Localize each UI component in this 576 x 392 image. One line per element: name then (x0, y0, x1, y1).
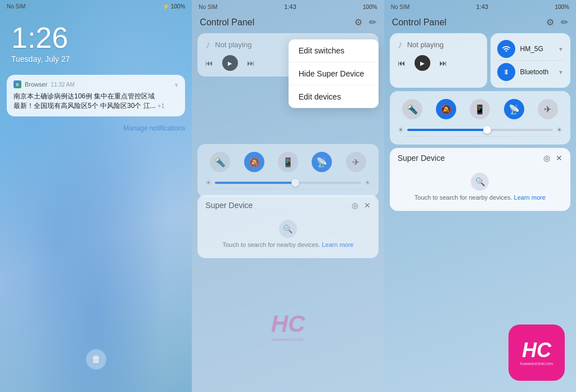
prev-button-p2[interactable]: ⏮ (205, 58, 213, 67)
notif-text-line1: 南京本土确诊病例达106例 集中在重点管控区域 (14, 92, 178, 101)
notif-time: 11:32 AM (51, 82, 74, 88)
wifi-bt-card-p3: HM_5G ▼ Bluetooth ▼ (490, 33, 570, 88)
notif-app-info: B Browser 11:32 AM (14, 80, 75, 88)
sd-learn-more-p3[interactable]: Learn more (514, 194, 546, 201)
toggle-row-p3: 🔦 🔕 📱 📡 ✈ (395, 99, 565, 119)
brightness-slider-p3[interactable] (407, 129, 553, 131)
lock-clock: 1:26 (11, 23, 181, 52)
control-panel-full-panel: No SIM 1:43 100% Control Panel ⚙ ✏ ♪ Not… (384, 0, 576, 392)
bt-arrow-p3[interactable]: ▼ (558, 69, 564, 75)
search-circle-icon-p3: 🔍 (471, 173, 489, 191)
next-button-p3[interactable]: ⏭ (439, 58, 447, 67)
silent-toggle-p3[interactable]: 🔕 (436, 99, 456, 119)
edit-icon-p2[interactable]: ✏ (369, 17, 376, 28)
control-panel-title-p2: Control Panel (200, 17, 254, 28)
watermark-p2: HC huaweicentral.com (271, 310, 305, 341)
sd-title-p3: Super Device (398, 154, 445, 163)
sd-close-icon-p2[interactable]: ✕ (364, 201, 371, 210)
not-playing-label-p3: Not playing (407, 40, 444, 49)
sd-settings-icon-p2[interactable]: ◎ (352, 201, 358, 210)
super-device-card-p3: Super Device ◎ ✕ 🔍 Touch to search for n… (390, 148, 570, 211)
brightness-thumb-p3[interactable] (483, 126, 491, 134)
cp-header-icons-p2: ⚙ ✏ (354, 17, 376, 28)
airplane-toggle-p3[interactable]: ✈ (538, 99, 558, 119)
trash-icon: 🗑 (92, 354, 101, 364)
rotate-toggle-p3[interactable]: 📱 (470, 99, 490, 119)
chevron-down-icon[interactable]: ∨ (174, 82, 178, 88)
settings-icon-p2[interactable]: ⚙ (354, 17, 362, 28)
next-button-p2[interactable]: ⏭ (247, 58, 255, 67)
play-button-p3[interactable]: ▶ (415, 55, 430, 71)
bluetooth-icon: ⚡ (163, 3, 169, 10)
lock-time-section: 1:26 Tuesday, July 27 (0, 12, 192, 69)
hc-site: huaweicentral.com (520, 362, 553, 366)
time-label-p3: 1:43 (476, 3, 488, 10)
sd-title-p2: Super Device (205, 201, 253, 210)
hc-logo: HC huaweicentral.com (508, 325, 565, 381)
hotspot-toggle-p2[interactable]: 📡 (312, 152, 332, 172)
rotate-toggle-p2[interactable]: 📱 (278, 152, 298, 172)
hotspot-toggle-p3[interactable]: 📡 (504, 99, 524, 119)
play-button-p2[interactable]: ▶ (222, 55, 238, 71)
prev-button-p3[interactable]: ⏮ (398, 58, 406, 67)
bt-info-p3: Bluetooth (520, 68, 554, 76)
control-panel-title-p3: Control Panel (392, 17, 447, 28)
status-bar-panel1: No SIM ⚡ 100% (0, 0, 192, 12)
battery-label-p3: 100% (555, 4, 569, 10)
sd-icons-p2: ◎ ✕ (352, 201, 371, 210)
sd-search-p2[interactable]: 🔍 Touch to search for nearby devices. Le… (205, 215, 370, 253)
brightness-slider-p2[interactable] (215, 182, 361, 184)
flashlight-toggle-p3[interactable]: 🔦 (402, 99, 422, 119)
battery-label-p2: 100% (363, 4, 377, 10)
brightness-fill-p3 (407, 129, 488, 131)
carrier-label-p2: No SIM (199, 4, 217, 10)
sd-learn-more-p2[interactable]: Learn more (322, 241, 353, 248)
sd-header-p2: Super Device ◎ ✕ (205, 201, 370, 210)
wifi-arrow-p3[interactable]: ▼ (558, 46, 564, 52)
battery-label: ⚡ 100% (163, 3, 186, 10)
silent-toggle-p2[interactable]: 🔕 (244, 152, 264, 172)
clear-notifications-button[interactable]: 🗑 (86, 349, 106, 370)
sd-search-text-p2: Touch to search for nearby devices. Lear… (223, 241, 354, 248)
dropdown-menu: Edit switches Hide Super Device Edit dev… (289, 39, 379, 108)
sd-header-p3: Super Device ◎ ✕ (398, 154, 562, 163)
media-card-p3: ♪ Not playing ⏮ ▶ ⏭ (390, 33, 488, 88)
bluetooth-icon-p3 (497, 63, 515, 81)
flashlight-toggle-p2[interactable]: 🔦 (210, 152, 230, 172)
edit-devices-item[interactable]: Edit devices (289, 85, 379, 108)
status-bar-panel2: No SIM 1:43 100% (192, 0, 384, 12)
airplane-toggle-p2[interactable]: ✈ (346, 152, 366, 172)
music-note-icon-p3: ♪ (398, 39, 403, 51)
hide-super-device-item[interactable]: Hide Super Device (289, 62, 379, 85)
edit-switches-item[interactable]: Edit switches (289, 39, 379, 62)
notif-header: B Browser 11:32 AM ∨ (14, 80, 178, 88)
notification-card[interactable]: B Browser 11:32 AM ∨ 南京本土确诊病例达106例 集中在重点… (7, 75, 185, 116)
brightness-low-icon-p3: ☀ (398, 126, 404, 134)
divider-p2 (211, 189, 364, 190)
brightness-thumb-p2[interactable] (291, 179, 299, 187)
edit-icon-p3[interactable]: ✏ (561, 17, 568, 28)
super-device-card-p2: Super Device ◎ ✕ 🔍 Touch to search for n… (197, 195, 378, 258)
sd-close-icon-p3[interactable]: ✕ (556, 154, 562, 163)
brightness-row-p3: ☀ ☀ (395, 126, 565, 134)
wifi-name-p3: HM_5G (520, 45, 554, 53)
not-playing-label-p2: Not playing (215, 40, 251, 49)
manage-notifications-link[interactable]: Manage notifications (0, 122, 192, 134)
lock-date: Tuesday, July 27 (11, 55, 181, 64)
carrier-label-p3: No SIM (391, 4, 410, 10)
browser-icon: B (14, 80, 21, 88)
sd-search-p3[interactable]: 🔍 Touch to search for nearby devices. Le… (398, 168, 562, 205)
sd-settings-icon-p3[interactable]: ◎ (543, 154, 550, 163)
sd-search-text-p3: Touch to search for nearby devices. Lear… (415, 194, 546, 201)
notif-app-name: Browser (25, 81, 47, 88)
control-panel-menu-panel: No SIM 1:43 100% Control Panel ⚙ ✏ ♪ Not… (192, 0, 384, 392)
notif-text-line2: 最新！全国现有高风险区5个 中风险区30个 江... +1 (14, 101, 178, 111)
carrier-label: No SIM (7, 3, 25, 10)
wifi-info-p3: HM_5G (520, 45, 554, 53)
cp-header-icons-p3: ⚙ ✏ (546, 17, 568, 28)
toggles-card-p2: 🔦 🔕 📱 📡 ✈ ☀ ☀ (197, 144, 378, 197)
toggles-card-p3: 🔦 🔕 📱 📡 ✈ ☀ ☀ (390, 91, 570, 145)
settings-icon-p3[interactable]: ⚙ (546, 17, 554, 28)
hc-letters: HC (522, 340, 551, 361)
lock-screen-panel: No SIM ⚡ 100% 1:26 Tuesday, July 27 B Br… (0, 0, 192, 392)
